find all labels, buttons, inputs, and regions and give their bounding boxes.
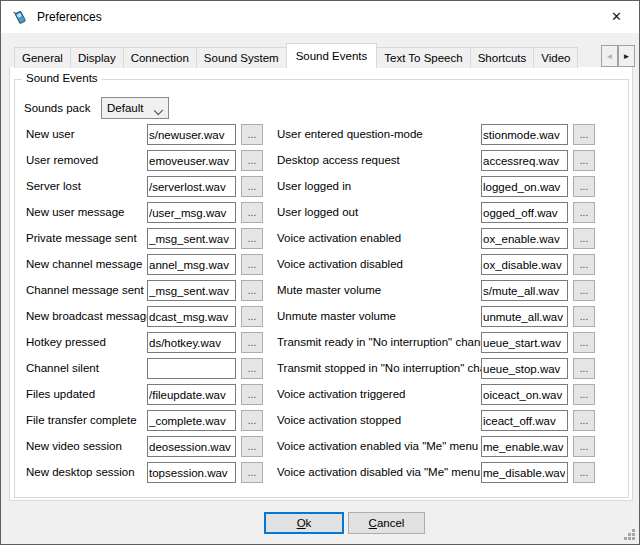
browse-button[interactable]: ... xyxy=(241,202,263,223)
tab-scroll-right-icon[interactable]: ► xyxy=(618,45,635,67)
browse-button[interactable]: ... xyxy=(241,462,263,483)
sound-file-input[interactable] xyxy=(481,358,568,379)
sound-file-input[interactable] xyxy=(481,124,568,145)
sound-file-input[interactable] xyxy=(147,462,236,483)
sound-event-label: Transmit stopped in "No interruption" ch… xyxy=(277,358,508,379)
browse-button[interactable]: ... xyxy=(573,254,595,275)
tab-shortcuts[interactable]: Shortcuts xyxy=(470,47,535,68)
browse-button[interactable]: ... xyxy=(573,228,595,249)
cancel-button[interactable]: Cancel xyxy=(348,512,425,534)
sound-event-label: Channel silent xyxy=(26,358,99,379)
browse-button[interactable]: ... xyxy=(573,436,595,457)
browse-button[interactable]: ... xyxy=(241,410,263,431)
sound-event-label: Unmute master volume xyxy=(277,306,396,327)
browse-button[interactable]: ... xyxy=(573,124,595,145)
sound-event-row: Voice activation disabled via "Me" menu … xyxy=(277,462,595,483)
sound-file-input[interactable] xyxy=(481,176,568,197)
sound-file-input[interactable] xyxy=(147,228,236,249)
browse-button[interactable]: ... xyxy=(573,150,595,171)
sound-file-input[interactable] xyxy=(147,150,236,171)
sound-event-row: New user message ... xyxy=(26,202,263,223)
browse-button[interactable]: ... xyxy=(573,358,595,379)
browse-button[interactable]: ... xyxy=(241,332,263,353)
title-bar[interactable]: Preferences ✕ xyxy=(1,1,639,33)
sound-event-label: New video session xyxy=(26,436,122,457)
sound-file-input[interactable] xyxy=(481,462,568,483)
browse-button[interactable]: ... xyxy=(241,306,263,327)
browse-button[interactable]: ... xyxy=(241,280,263,301)
browse-button[interactable]: ... xyxy=(573,306,595,327)
sound-file-input[interactable] xyxy=(147,332,236,353)
sound-file-input[interactable] xyxy=(481,280,568,301)
sound-file-input[interactable] xyxy=(147,124,236,145)
sound-event-row: User entered question-mode ... xyxy=(277,124,595,145)
browse-button[interactable]: ... xyxy=(241,150,263,171)
browse-button[interactable]: ... xyxy=(241,254,263,275)
resize-grip[interactable] xyxy=(623,528,636,541)
browse-button[interactable]: ... xyxy=(573,332,595,353)
browse-button[interactable]: ... xyxy=(241,384,263,405)
browse-button[interactable]: ... xyxy=(573,410,595,431)
tab-display[interactable]: Display xyxy=(70,47,124,68)
sound-file-input[interactable] xyxy=(481,150,568,171)
sound-file-input[interactable] xyxy=(147,202,236,223)
sound-event-row: Channel silent ... xyxy=(26,358,263,379)
sound-event-label: Transmit ready in "No interruption" chan… xyxy=(277,332,496,353)
preferences-dialog: Preferences ✕ GeneralDisplayConnectionSo… xyxy=(0,0,640,545)
sound-file-input[interactable] xyxy=(147,384,236,405)
browse-button[interactable]: ... xyxy=(573,202,595,223)
sound-event-label: Desktop access request xyxy=(277,150,400,171)
sound-event-row: Unmute master volume ... xyxy=(277,306,595,327)
browse-button[interactable]: ... xyxy=(241,124,263,145)
sound-event-label: New user xyxy=(26,124,75,145)
tab-connection[interactable]: Connection xyxy=(123,47,197,68)
tab-sound-events[interactable]: Sound Events xyxy=(286,43,378,68)
sounds-pack-select[interactable]: Default xyxy=(101,97,169,119)
sound-event-label: New channel message xyxy=(26,254,142,275)
browse-button[interactable]: ... xyxy=(573,280,595,301)
sound-file-input[interactable] xyxy=(147,254,236,275)
browse-button[interactable]: ... xyxy=(573,462,595,483)
sound-event-label: Voice activation disabled xyxy=(277,254,403,275)
sound-event-row: Voice activation enabled via "Me" menu .… xyxy=(277,436,595,457)
sound-event-row: New video session ... xyxy=(26,436,263,457)
sound-event-row: Desktop access request ... xyxy=(277,150,595,171)
sound-file-input[interactable] xyxy=(147,280,236,301)
browse-button[interactable]: ... xyxy=(241,358,263,379)
sound-file-input[interactable] xyxy=(481,410,568,431)
sound-file-input[interactable] xyxy=(481,384,568,405)
sound-event-row: Channel message sent ... xyxy=(26,280,263,301)
sound-file-input[interactable] xyxy=(481,332,568,353)
tab-text-to-speech[interactable]: Text To Speech xyxy=(376,47,470,68)
sound-event-row: New user ... xyxy=(26,124,263,145)
browse-button[interactable]: ... xyxy=(241,436,263,457)
close-icon[interactable]: ✕ xyxy=(594,1,639,32)
tab-scroll-left-icon[interactable]: ◄ xyxy=(601,45,618,67)
tab-general[interactable]: General xyxy=(14,47,71,68)
sound-file-input[interactable] xyxy=(147,176,236,197)
sound-file-input[interactable] xyxy=(481,436,568,457)
tab-sound-system[interactable]: Sound System xyxy=(196,47,287,68)
sound-file-input[interactable] xyxy=(147,358,236,379)
sound-event-label: Voice activation enabled xyxy=(277,228,401,249)
sound-event-label: Hotkey pressed xyxy=(26,332,106,353)
tab-video[interactable]: Video xyxy=(533,47,578,68)
browse-button[interactable]: ... xyxy=(573,384,595,405)
group-title: Sound Events xyxy=(22,72,102,84)
sound-file-input[interactable] xyxy=(147,436,236,457)
sound-file-input[interactable] xyxy=(481,306,568,327)
sound-event-label: Private message sent xyxy=(26,228,137,249)
sound-event-row: User removed ... xyxy=(26,150,263,171)
sound-file-input[interactable] xyxy=(147,306,236,327)
ok-button[interactable]: Ok xyxy=(264,512,344,534)
browse-button[interactable]: ... xyxy=(241,176,263,197)
sound-file-input[interactable] xyxy=(481,202,568,223)
sounds-pack-label: Sounds pack xyxy=(24,102,91,114)
sound-event-label: Voice activation triggered xyxy=(277,384,406,405)
sound-file-input[interactable] xyxy=(481,254,568,275)
sound-event-label: File transfer complete xyxy=(26,410,137,431)
sound-file-input[interactable] xyxy=(147,410,236,431)
browse-button[interactable]: ... xyxy=(241,228,263,249)
sound-file-input[interactable] xyxy=(481,228,568,249)
browse-button[interactable]: ... xyxy=(573,176,595,197)
